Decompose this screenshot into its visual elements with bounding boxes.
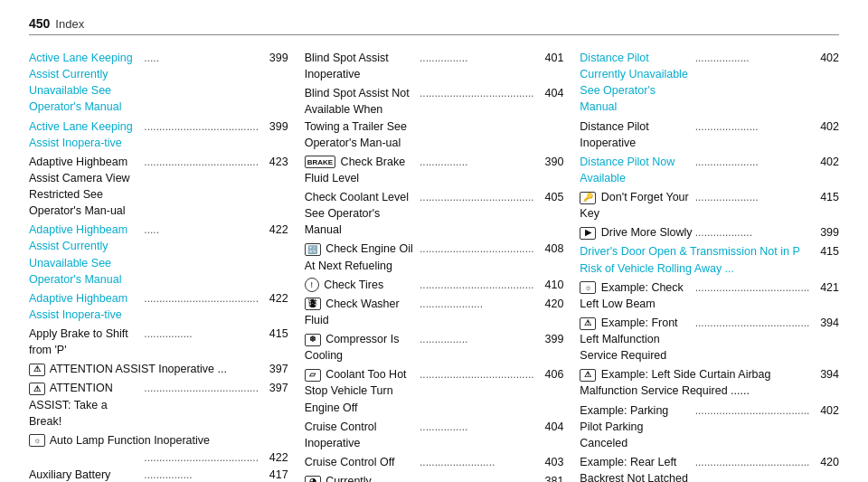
- entry-left-side-curtain-airbag: ⚠ Example: Left Side Curtain Airbag Malf…: [580, 366, 839, 399]
- entry-active-lane-inop: Active Lane Keeping Assist Inopera-tive …: [29, 118, 288, 151]
- index-columns: Active Lane Keeping Assist Currently Una…: [29, 50, 839, 482]
- engine-oil-icon: 🔣: [305, 243, 321, 256]
- low-beam-icon: ☼: [580, 281, 596, 294]
- entry-apply-brake: Apply Brake to Shift from 'P' ..........…: [29, 326, 288, 358]
- entry-blind-spot-trailer: Blind Spot Assist Not Available When Tow…: [305, 85, 564, 151]
- entry-coolant-hot: ▱ Coolant Too Hot Stop Vehicle Turn Engi…: [305, 366, 564, 415]
- index-column-2: Blind Spot Assist Inoperative ..........…: [305, 50, 580, 482]
- entry-rear-left-backrest: Example: Rear Left Backrest Not Latched …: [580, 454, 839, 482]
- attention-assist-icon: ⚠: [29, 364, 45, 376]
- entry-check-engine-oil: 🔣 Check Engine Oil At Next Refueling ...…: [305, 241, 564, 273]
- coolant-hot-icon: ▱: [305, 369, 321, 382]
- entry-adaptive-highbeam-unavail: Adaptive Highbeam Assist Currently Unava…: [29, 222, 288, 288]
- entry-drivers-door: Driver's Door Open & Transmission Not in…: [580, 243, 839, 276]
- entry-distance-pilot-unavail: Distance Pilot Currently Unavailable See…: [580, 50, 839, 116]
- index-column-3: Distance Pilot Currently Unavailable See…: [580, 50, 839, 482]
- entry-check-coolant: Check Coolant Level See Operator's Manua…: [305, 189, 564, 238]
- entry-adaptive-highbeam-inop: Adaptive Highbeam Assist Inopera-tive ..…: [29, 290, 288, 323]
- index-column-1: Active Lane Keeping Assist Currently Una…: [29, 50, 305, 482]
- entry-check-tires: ! Check Tires ..........................…: [305, 277, 564, 293]
- entry-aux-battery: Auxiliary Battery Malfunction ..........…: [29, 467, 288, 482]
- entry-distance-now-avail: Distance Pilot Now Available ...........…: [580, 154, 839, 186]
- page-header: 450 Index: [29, 16, 839, 35]
- washer-icon: ⛇: [305, 298, 321, 310]
- page-number: 450: [29, 16, 50, 31]
- airbag-icon: ⚠: [580, 369, 596, 382]
- entry-front-left-malfunction: ⚠ Example: Front Left Malfunction Servic…: [580, 315, 839, 364]
- brake-icon: BRAKE: [305, 156, 335, 168]
- tire-icon: !: [305, 278, 319, 292]
- entry-text-link: Active Lane Keeping Assist Currently Una…: [29, 52, 133, 113]
- front-malfunction-icon: ⚠: [580, 317, 596, 330]
- entry-currently-unavail-1: ◕ Currently Unavailable See Operator's M…: [305, 473, 564, 482]
- entry-parking-pilot-canceled: Example: Parking Pilot Parking Canceled …: [580, 402, 839, 451]
- page-title: Index: [55, 17, 84, 31]
- key-icon: 🔑: [580, 192, 596, 204]
- cruise-icon-1: ◕: [305, 476, 321, 482]
- page-container: 450 Index Active Lane Keeping Assist Cur…: [0, 0, 868, 482]
- entry-drive-more-slowly: ▶ Drive More Slowly ................... …: [580, 224, 839, 241]
- entry-check-washer: ⛇ Check Washer Fluid ...................…: [305, 296, 564, 328]
- compressor-icon: ❄: [305, 334, 321, 346]
- entry-cruise-inop: Cruise Control Inoperative .............…: [305, 419, 564, 451]
- entry-compressor: ❄ Compressor Is Cooling ................…: [305, 331, 564, 364]
- entry-check-left-low-beam: ☼ Example: Check Left Low Beam .........…: [580, 279, 839, 312]
- entry-check-brake: BRAKE Check Brake Fluid Level ..........…: [305, 154, 564, 186]
- drive-slow-icon: ▶: [580, 227, 596, 240]
- entry-dont-forget-key: 🔑 Don't Forget Your Key ................…: [580, 189, 839, 222]
- attention-assist-break-icon: ⚠: [29, 383, 45, 395]
- entry-distance-pilot-inop: Distance Pilot Inoperative .............…: [580, 118, 839, 151]
- auto-lamp-icon: ☼: [29, 434, 45, 447]
- entry-auto-lamp: ☼ Auto Lamp Function Inoperative .......…: [29, 432, 288, 464]
- entry-adaptive-highbeam-camera: Adaptive Highbeam Assist Camera View Res…: [29, 154, 288, 220]
- entry-attn-inop: ⚠ ATTENTION ASSIST Inoperative ... 397: [29, 361, 288, 377]
- entry-cruise-off: Cruise Control Off .....................…: [305, 454, 564, 470]
- entry-blind-spot-inop: Blind Spot Assist Inoperative ..........…: [305, 50, 564, 82]
- entry-active-lane-unavail: Active Lane Keeping Assist Currently Una…: [29, 50, 288, 116]
- entry-attn-break: ⚠ ATTENTION ASSIST: Take a Break! ......…: [29, 380, 288, 429]
